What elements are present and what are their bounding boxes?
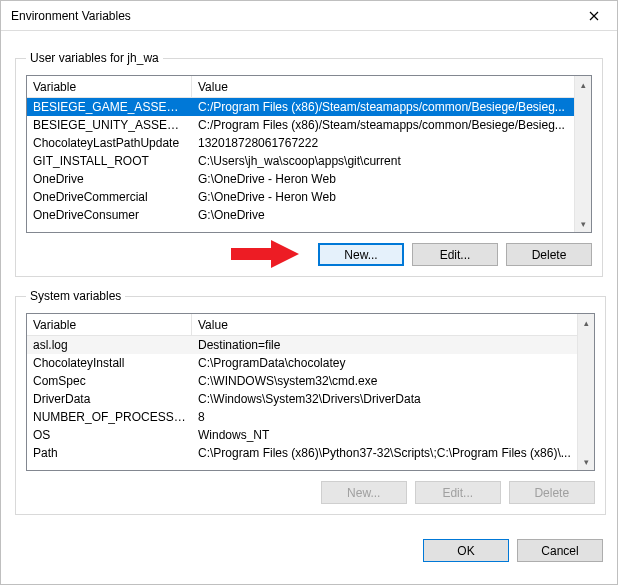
variable-name: asl.log [27, 338, 192, 352]
column-header-variable[interactable]: Variable [27, 76, 192, 97]
variable-name: NUMBER_OF_PROCESSORS [27, 410, 192, 424]
table-row[interactable]: OneDriveConsumerG:\OneDrive [27, 206, 574, 224]
variable-value: G:\OneDrive - Heron Web [192, 172, 574, 186]
scroll-up-icon[interactable]: ▴ [578, 314, 595, 331]
table-row[interactable]: OSWindows_NT [27, 426, 577, 444]
variable-value: Windows_NT [192, 428, 577, 442]
variable-name: Path [27, 446, 192, 460]
table-row[interactable]: NUMBER_OF_PROCESSORS8 [27, 408, 577, 426]
close-button[interactable] [571, 1, 617, 31]
table-row[interactable]: DriverDataC:\Windows\System32\Drivers\Dr… [27, 390, 577, 408]
sys-delete-button: Delete [509, 481, 595, 504]
variable-name: BESIEGE_UNITY_ASSEMBLIES [27, 118, 192, 132]
scroll-down-icon[interactable]: ▾ [578, 453, 595, 470]
table-row[interactable]: BESIEGE_GAME_ASSEMBLIESC:/Program Files … [27, 98, 574, 116]
column-header-value[interactable]: Value [192, 314, 577, 335]
variable-value: G:\OneDrive [192, 208, 574, 222]
user-new-button[interactable]: New... [318, 243, 404, 266]
variable-value: G:\OneDrive - Heron Web [192, 190, 574, 204]
variable-name: OneDrive [27, 172, 192, 186]
system-variables-group: System variables Variable Value asl.logD… [15, 289, 606, 515]
system-variables-list[interactable]: Variable Value asl.logDestination=fileCh… [26, 313, 595, 471]
column-header-variable[interactable]: Variable [27, 314, 192, 335]
system-variables-legend: System variables [26, 289, 125, 303]
variable-name: BESIEGE_GAME_ASSEMBLIES [27, 100, 192, 114]
variable-value: C:/Program Files (x86)/Steam/steamapps/c… [192, 100, 574, 114]
variable-value: C:/Program Files (x86)/Steam/steamapps/c… [192, 118, 574, 132]
variable-name: OneDriveConsumer [27, 208, 192, 222]
table-row[interactable]: ChocolateyInstallC:\ProgramData\chocolat… [27, 354, 577, 372]
close-icon [589, 11, 599, 21]
table-row[interactable]: BESIEGE_UNITY_ASSEMBLIESC:/Program Files… [27, 116, 574, 134]
scroll-up-icon[interactable]: ▴ [575, 76, 592, 93]
red-arrow-annotation [231, 238, 301, 270]
sys-list-header[interactable]: Variable Value [27, 314, 577, 336]
variable-value: C:\Windows\System32\Drivers\DriverData [192, 392, 577, 406]
user-variables-legend: User variables for jh_wa [26, 51, 163, 65]
sys-list-scrollbar[interactable]: ▴ ▾ [577, 314, 594, 470]
window-title: Environment Variables [11, 9, 571, 23]
dialog-buttons: OK Cancel [1, 535, 617, 574]
user-delete-button[interactable]: Delete [506, 243, 592, 266]
variable-value: C:\ProgramData\chocolatey [192, 356, 577, 370]
table-row[interactable]: OneDriveG:\OneDrive - Heron Web [27, 170, 574, 188]
variable-name: DriverData [27, 392, 192, 406]
user-list-header[interactable]: Variable Value [27, 76, 574, 98]
variable-value: C:\WINDOWS\system32\cmd.exe [192, 374, 577, 388]
variable-value: C:\Users\jh_wa\scoop\apps\git\current [192, 154, 574, 168]
user-list-scrollbar[interactable]: ▴ ▾ [574, 76, 591, 232]
variable-name: ChocolateyInstall [27, 356, 192, 370]
table-row[interactable]: ChocolateyLastPathUpdate1320187280617672… [27, 134, 574, 152]
ok-button[interactable]: OK [423, 539, 509, 562]
variable-name: ComSpec [27, 374, 192, 388]
user-edit-button[interactable]: Edit... [412, 243, 498, 266]
variable-name: OS [27, 428, 192, 442]
cancel-button[interactable]: Cancel [517, 539, 603, 562]
scroll-down-icon[interactable]: ▾ [575, 215, 592, 232]
variable-value: 132018728061767222 [192, 136, 574, 150]
sys-edit-button: Edit... [415, 481, 501, 504]
titlebar: Environment Variables [1, 1, 617, 31]
table-row[interactable]: asl.logDestination=file [27, 336, 577, 354]
variable-name: ChocolateyLastPathUpdate [27, 136, 192, 150]
user-variables-group: User variables for jh_wa Variable Value … [15, 51, 603, 277]
variable-name: OneDriveCommercial [27, 190, 192, 204]
variable-value: Destination=file [192, 338, 577, 352]
sys-new-button: New... [321, 481, 407, 504]
variable-name: GIT_INSTALL_ROOT [27, 154, 192, 168]
variable-value: 8 [192, 410, 577, 424]
table-row[interactable]: ComSpecC:\WINDOWS\system32\cmd.exe [27, 372, 577, 390]
table-row[interactable]: OneDriveCommercialG:\OneDrive - Heron We… [27, 188, 574, 206]
table-row[interactable]: PathC:\Program Files (x86)\Python37-32\S… [27, 444, 577, 462]
svg-marker-0 [231, 240, 299, 268]
variable-value: C:\Program Files (x86)\Python37-32\Scrip… [192, 446, 577, 460]
user-variables-list[interactable]: Variable Value BESIEGE_GAME_ASSEMBLIESC:… [26, 75, 592, 233]
column-header-value[interactable]: Value [192, 76, 574, 97]
table-row[interactable]: GIT_INSTALL_ROOTC:\Users\jh_wa\scoop\app… [27, 152, 574, 170]
